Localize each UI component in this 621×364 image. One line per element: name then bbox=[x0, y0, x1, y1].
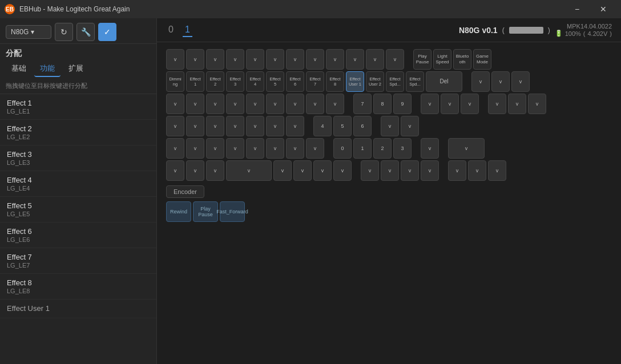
key[interactable]: v bbox=[326, 49, 344, 70]
key[interactable]: v bbox=[488, 94, 506, 114]
key[interactable]: v bbox=[266, 138, 284, 159]
key[interactable]: v bbox=[448, 138, 485, 159]
list-item[interactable]: Effect 8 LG_LE8 bbox=[0, 274, 156, 300]
del-key[interactable]: Del bbox=[426, 71, 462, 92]
key[interactable]: v bbox=[361, 160, 379, 181]
page-tab-0[interactable]: 0 bbox=[166, 23, 176, 37]
list-item[interactable]: Effect 6 LG_LE6 bbox=[0, 223, 156, 248]
key[interactable]: v bbox=[186, 160, 204, 181]
wrench-button[interactable]: 🔧 bbox=[76, 23, 95, 41]
key[interactable]: v bbox=[226, 138, 244, 159]
key[interactable]: v bbox=[186, 49, 204, 70]
numpad-4[interactable]: 4 bbox=[313, 116, 332, 136]
key[interactable]: v bbox=[313, 160, 332, 181]
list-item[interactable]: Effect User 1 bbox=[0, 300, 156, 318]
list-item[interactable]: Effect 4 LG_LE4 bbox=[0, 171, 156, 197]
key[interactable]: v bbox=[421, 138, 439, 159]
key[interactable]: v bbox=[471, 71, 490, 92]
effect-spd2-key[interactable]: EffectSpd... bbox=[406, 71, 424, 92]
key[interactable]: v bbox=[528, 94, 546, 114]
key[interactable]: v bbox=[246, 116, 264, 136]
key[interactable]: v bbox=[206, 94, 224, 114]
tab-basic[interactable]: 基础 bbox=[6, 61, 32, 77]
key[interactable]: v bbox=[186, 94, 204, 114]
numpad-6[interactable]: 6 bbox=[353, 116, 372, 136]
key[interactable]: v bbox=[226, 49, 244, 70]
effect3-key[interactable]: Effect3 bbox=[226, 71, 244, 92]
key[interactable]: v bbox=[461, 94, 479, 114]
effect1-key[interactable]: Effect1 bbox=[186, 71, 204, 92]
key[interactable]: v bbox=[286, 116, 304, 136]
game-mode-key[interactable]: GameMode bbox=[473, 49, 491, 70]
key[interactable]: v bbox=[266, 49, 284, 70]
key[interactable]: v bbox=[401, 116, 419, 136]
key[interactable]: v bbox=[326, 94, 344, 114]
numpad-8[interactable]: 8 bbox=[373, 94, 392, 114]
key[interactable]: v bbox=[306, 49, 324, 70]
light-speed-key[interactable]: LightSpeed bbox=[433, 49, 451, 70]
numpad-9[interactable]: 9 bbox=[393, 94, 412, 114]
key[interactable]: v bbox=[491, 71, 510, 92]
list-item[interactable]: Effect 2 LG_LE2 bbox=[0, 120, 156, 145]
key[interactable]: v bbox=[286, 138, 304, 159]
key[interactable]: v bbox=[166, 116, 184, 136]
key[interactable]: v bbox=[266, 116, 284, 136]
key[interactable]: v bbox=[421, 94, 439, 114]
key[interactable]: v bbox=[246, 49, 264, 70]
key[interactable]: v bbox=[401, 160, 419, 181]
effect-user1-key[interactable]: EffectUser 1 bbox=[346, 71, 364, 92]
close-button[interactable]: ✕ bbox=[590, 0, 616, 18]
numpad-7[interactable]: 7 bbox=[353, 94, 372, 114]
spacebar-key[interactable]: v bbox=[226, 160, 272, 181]
tab-function[interactable]: 功能 bbox=[34, 61, 61, 77]
key[interactable]: v bbox=[186, 116, 204, 136]
key[interactable]: v bbox=[273, 160, 292, 181]
numpad-2[interactable]: 2 bbox=[373, 138, 392, 159]
dimming-key[interactable]: Dimming bbox=[166, 71, 184, 92]
effect8-key[interactable]: Effect8 bbox=[326, 71, 344, 92]
key[interactable]: v bbox=[468, 160, 486, 181]
tab-extend[interactable]: 扩展 bbox=[63, 61, 89, 77]
key[interactable]: v bbox=[488, 160, 506, 181]
effect7-key[interactable]: Effect7 bbox=[306, 71, 324, 92]
minimize-button[interactable]: − bbox=[564, 0, 590, 18]
key[interactable]: v bbox=[286, 94, 304, 114]
key[interactable]: v bbox=[266, 94, 284, 114]
key[interactable]: v bbox=[366, 49, 384, 70]
numpad-0[interactable]: 0 bbox=[333, 138, 352, 159]
key[interactable]: v bbox=[246, 94, 264, 114]
key[interactable]: v bbox=[226, 94, 244, 114]
play-pause-enc-key[interactable]: PlayPause bbox=[193, 201, 218, 222]
key[interactable]: v bbox=[206, 49, 224, 70]
refresh-button[interactable]: ↻ bbox=[55, 23, 73, 41]
key[interactable]: v bbox=[511, 71, 530, 92]
key[interactable]: v bbox=[386, 49, 404, 70]
effect2-key[interactable]: Effect2 bbox=[206, 71, 224, 92]
page-tab-1[interactable]: 1 bbox=[183, 23, 192, 37]
effect-user2-key[interactable]: EffectUser 2 bbox=[366, 71, 384, 92]
key[interactable]: v bbox=[166, 94, 184, 114]
bluetooth-key[interactable]: Bluetooth bbox=[453, 49, 471, 70]
key[interactable]: v bbox=[206, 160, 224, 181]
confirm-button[interactable]: ✓ bbox=[98, 23, 116, 41]
device-select[interactable]: N80G ▾ bbox=[6, 25, 51, 39]
list-item[interactable]: Effect 5 LG_LE5 bbox=[0, 197, 156, 223]
key[interactable]: v bbox=[206, 138, 224, 159]
key[interactable]: v bbox=[286, 49, 304, 70]
key[interactable]: v bbox=[381, 116, 399, 136]
key[interactable]: v bbox=[166, 49, 184, 70]
key[interactable]: v bbox=[346, 49, 364, 70]
key[interactable]: v bbox=[306, 94, 324, 114]
key[interactable]: v bbox=[226, 116, 244, 136]
numpad-3[interactable]: 3 bbox=[393, 138, 412, 159]
key[interactable]: v bbox=[381, 160, 399, 181]
rewind-key[interactable]: Rewind bbox=[166, 201, 191, 222]
effect4-key[interactable]: Effect4 bbox=[246, 71, 264, 92]
effect6-key[interactable]: Effect6 bbox=[286, 71, 304, 92]
fast-forward-key[interactable]: Fast_Forward bbox=[220, 201, 245, 222]
key[interactable]: v bbox=[293, 160, 312, 181]
numpad-5[interactable]: 5 bbox=[333, 116, 352, 136]
key[interactable]: v bbox=[441, 94, 459, 114]
effect5-key[interactable]: Effect5 bbox=[266, 71, 284, 92]
key[interactable]: v bbox=[166, 160, 184, 181]
